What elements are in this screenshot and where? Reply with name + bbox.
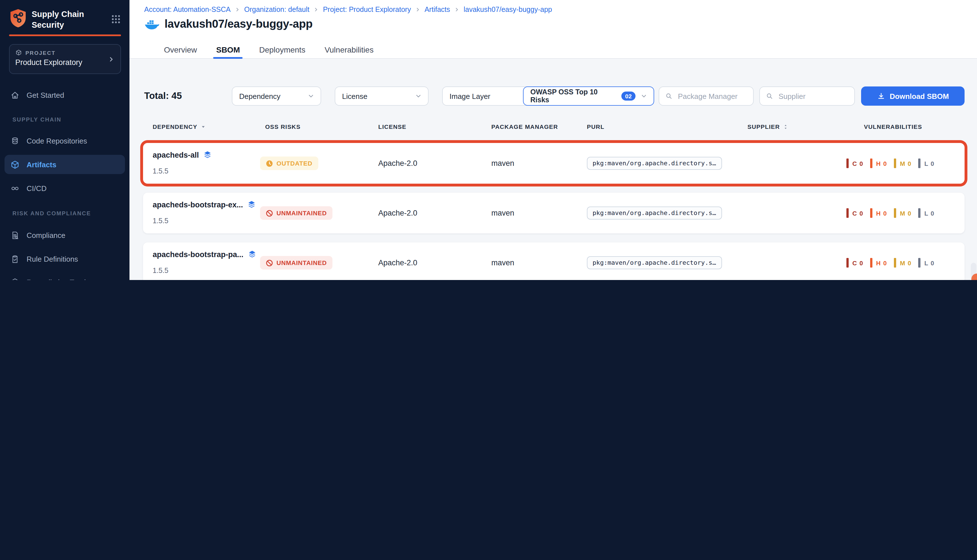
cube-icon (10, 160, 20, 169)
breadcrumb-account[interactable]: Account: Automation-SSCA (144, 6, 230, 13)
low-count: L 0 (919, 208, 935, 218)
box-tag-icon (10, 277, 20, 280)
chevron-right-icon (235, 7, 240, 12)
layers-icon (247, 250, 256, 259)
repository-icon (10, 136, 20, 145)
vulnerability-counts: C 0 H 0 M 0 L 0 (847, 158, 935, 168)
critical-count: C 0 (847, 158, 863, 168)
circle-slash-icon (266, 259, 273, 267)
dependency-name: apacheds-all (153, 151, 199, 159)
circle-slash-icon (266, 209, 273, 217)
total-count: Total: 45 (144, 90, 182, 101)
table-row[interactable]: apacheds-all 1.5.5 OUTDATED Apache-2.0 m… (143, 143, 965, 183)
document-search-icon (10, 230, 20, 240)
filter-label: OWASP OSS Top 10 Risks (530, 88, 616, 104)
breadcrumb-current[interactable]: lavakush07/easy-buggy-app (464, 6, 552, 13)
column-license: LICENSE (378, 123, 406, 130)
package-manager-search (659, 87, 754, 106)
column-supplier[interactable]: SUPPLIER (747, 123, 789, 130)
column-oss-risks: OSS RISKS (265, 123, 301, 130)
sidebar-item-label: Compliance (27, 231, 65, 239)
tab-deployments[interactable]: Deployments (258, 41, 306, 59)
high-count: H 0 (870, 158, 887, 168)
tab-sbom[interactable]: SBOM (215, 41, 241, 59)
oss-risk-badge: UNMAINTAINED (260, 256, 332, 270)
chevron-right-icon (107, 55, 115, 63)
high-count: H 0 (870, 208, 887, 218)
search-icon (665, 92, 673, 100)
license-value: Apache-2.0 (378, 258, 417, 267)
chevron-down-icon (307, 92, 315, 100)
column-package-manager: PACKAGE MANAGER (491, 123, 558, 130)
oss-risk-badge: OUTDATED (260, 157, 318, 170)
layers-icon (203, 150, 212, 159)
supplier-input[interactable] (777, 91, 848, 101)
sidebar-item-compliance[interactable]: Compliance (5, 225, 125, 245)
chevron-down-icon (640, 92, 648, 100)
search-icon (765, 92, 773, 100)
sidebar-item-label: Code Repositories (27, 137, 87, 145)
sidebar-item-label: Rule Definitions (27, 255, 78, 263)
apps-grid-icon[interactable] (111, 15, 120, 24)
purl-chip[interactable]: pkg:maven/org.apache.directory.s… (587, 157, 722, 170)
sidebar-item-get-started[interactable]: Get Started (5, 85, 125, 105)
medium-count: M 0 (894, 158, 912, 168)
clock-icon (266, 160, 273, 167)
sidebar-item-code-repositories[interactable]: Code Repositories (5, 131, 125, 150)
table-row[interactable]: apacheds-bootstrap-pa... 1.5.5 UNMAINTAI… (143, 242, 965, 280)
dependency-name: apacheds-bootstrap-pa... (153, 250, 244, 258)
chevron-right-icon (415, 7, 421, 12)
purl-chip[interactable]: pkg:maven/org.apache.directory.s… (587, 207, 722, 220)
dependency-filter-select[interactable]: Dependency (232, 87, 321, 106)
project-cube-icon (15, 49, 22, 56)
license-value: Apache-2.0 (378, 209, 417, 217)
column-purl: PURL (587, 123, 605, 130)
sbom-table-body: apacheds-all 1.5.5 OUTDATED Apache-2.0 m… (143, 143, 965, 280)
sort-desc-icon (200, 123, 206, 130)
owasp-risks-filter-select[interactable]: OWASP OSS Top 10 Risks 02 (523, 87, 654, 106)
sort-icon (783, 123, 789, 130)
app-root: Supply Chain Security PROJECT Product Ex… (0, 0, 977, 280)
sidebar-item-remediation-tracker[interactable]: Remediation Tracker (5, 272, 125, 280)
chevron-right-icon (313, 7, 319, 12)
critical-count: C 0 (847, 258, 863, 268)
purl-chip[interactable]: pkg:maven/org.apache.directory.s… (587, 256, 722, 269)
vulnerability-counts: C 0 H 0 M 0 L 0 (847, 208, 935, 218)
package-manager-input[interactable] (677, 91, 747, 101)
clipboard-check-icon (10, 254, 20, 263)
breadcrumb-project[interactable]: Project: Product Exploratory (323, 6, 411, 13)
package-manager-value: maven (491, 209, 514, 217)
sidebar-item-rule-definitions[interactable]: Rule Definitions (5, 249, 125, 268)
low-count: L 0 (919, 158, 935, 168)
sidebar-item-cicd[interactable]: CI/CD (5, 178, 125, 198)
breadcrumb-organization[interactable]: Organization: default (244, 6, 309, 13)
table-row[interactable]: apacheds-bootstrap-ex... 1.5.5 UNMAINTAI… (143, 193, 965, 233)
sidebar-item-artifacts[interactable]: Artifacts (5, 155, 125, 174)
sidebar-item-label: CI/CD (27, 184, 47, 192)
chevron-right-icon (454, 7, 460, 12)
image-layer-filter-select[interactable]: Image Layer (442, 87, 536, 106)
sidebar-accent-bar (9, 35, 121, 36)
owasp-filter-count-badge: 02 (621, 92, 636, 101)
package-manager-value: maven (491, 258, 514, 267)
home-icon (10, 90, 20, 100)
project-selector[interactable]: PROJECT Product Exploratory (9, 44, 121, 74)
risk-label: OUTDATED (277, 160, 312, 167)
layers-icon (247, 200, 256, 209)
tab-overview[interactable]: Overview (163, 41, 198, 59)
sidebar-item-label: Artifacts (27, 160, 57, 169)
filter-label: Image Layer (449, 92, 491, 100)
main-area: Account: Automation-SSCA Organization: d… (129, 0, 977, 280)
download-sbom-button[interactable]: Download SBOM (861, 87, 965, 106)
license-filter-select[interactable]: License (335, 87, 429, 106)
column-dependency[interactable]: DEPENDENCY (153, 123, 206, 130)
page-header: Account: Automation-SSCA Organization: d… (129, 0, 977, 59)
project-name: Product Exploratory (15, 58, 115, 67)
filter-label: License (342, 92, 367, 100)
critical-count: C 0 (847, 208, 863, 218)
dependency-version: 1.5.5 (153, 267, 169, 275)
section-label-supply-chain: SUPPLY CHAIN (12, 117, 61, 124)
tab-vulnerabilities[interactable]: Vulnerabilities (323, 41, 374, 59)
section-label-risk-and-compliance: RISK AND COMPLIANCE (12, 210, 91, 218)
breadcrumb-artifacts[interactable]: Artifacts (424, 6, 450, 13)
